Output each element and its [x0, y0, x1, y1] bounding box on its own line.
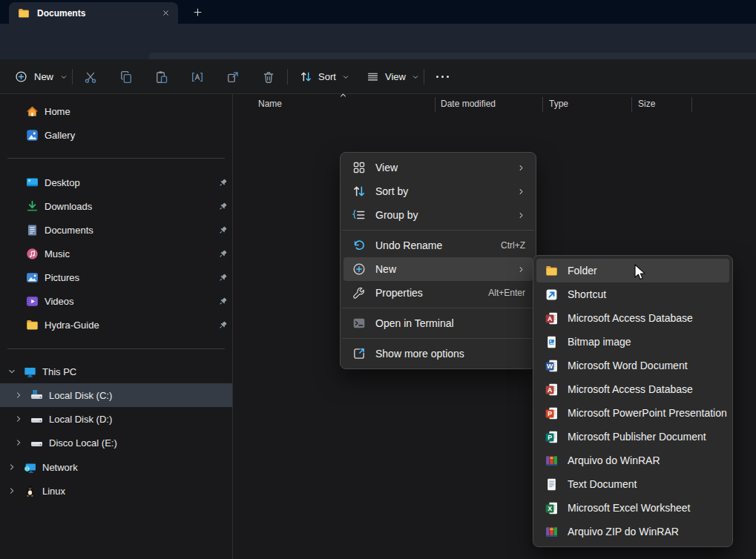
context-menu-item-undo-rename[interactable]: Undo Rename Ctrl+Z	[344, 234, 533, 257]
sidebar-divider	[7, 348, 225, 349]
pin-icon	[218, 202, 228, 211]
submenu-item-winrar-zip-archive[interactable]: Arquivo ZIP do WinRAR	[536, 520, 729, 543]
context-menu-item-new[interactable]: New	[344, 257, 533, 281]
music-icon	[26, 248, 39, 260]
submenu-item-access-database[interactable]: Microsoft Access Database	[536, 306, 729, 330]
cut-button[interactable]	[78, 64, 103, 89]
sidebar-item-local-disk-d[interactable]: Local Disk (D:)	[0, 407, 232, 431]
sort-arrows-icon	[352, 185, 366, 198]
column-header-size[interactable]: Size	[638, 99, 655, 109]
tab-documents[interactable]: Documents	[9, 2, 178, 24]
context-menu-item-open-in-terminal[interactable]: Open in Terminal	[344, 311, 533, 335]
sidebar-item-home[interactable]: Home	[0, 99, 232, 123]
view-button[interactable]: View	[361, 65, 425, 88]
submenu-item-publisher-document[interactable]: Microsoft Publisher Document	[536, 425, 729, 449]
delete-button[interactable]	[256, 64, 281, 89]
new-submenu: Folder Shortcut Microsoft Access Databas…	[533, 255, 733, 547]
submenu-item-bitmap-image[interactable]: Bitmap image	[536, 330, 729, 354]
menu-item-label: Undo Rename	[375, 239, 492, 251]
column-separator[interactable]	[631, 97, 632, 112]
menu-item-label: Group by	[375, 209, 508, 221]
submenu-item-winrar-archive[interactable]: Arquivo do WinRAR	[536, 449, 729, 472]
paste-button[interactable]	[149, 64, 174, 89]
sidebar-item-desktop[interactable]: Desktop	[0, 171, 232, 194]
menu-item-label: New	[375, 263, 508, 275]
context-menu-item-view[interactable]: View	[344, 156, 533, 179]
sidebar-item-downloads[interactable]: Downloads	[0, 194, 232, 218]
menu-item-label: Microsoft Access Database	[568, 383, 722, 395]
sidebar-item-hydra-guide[interactable]: Hydra-Guide	[0, 313, 232, 337]
chevron-down-icon[interactable]	[7, 367, 16, 376]
rename-icon	[191, 70, 204, 84]
submenu-item-access-database-2[interactable]: Microsoft Access Database	[536, 377, 729, 401]
column-header-date-modified[interactable]: Date modified	[441, 99, 496, 109]
plus-circle-icon	[15, 70, 27, 83]
trash-icon	[262, 70, 275, 84]
chevron-right-icon[interactable]	[7, 463, 16, 472]
network-icon	[24, 461, 36, 474]
sidebar-item-linux[interactable]: Linux	[0, 479, 232, 503]
column-separator[interactable]	[542, 97, 543, 112]
sort-button[interactable]: Sort	[294, 65, 355, 88]
submenu-item-folder[interactable]: Folder	[536, 259, 729, 282]
chevron-down-icon	[412, 73, 419, 81]
chevron-right-icon[interactable]	[14, 414, 23, 423]
context-menu-item-properties[interactable]: Properties Alt+Enter	[344, 281, 533, 305]
tab-close-icon[interactable]	[159, 7, 172, 20]
context-menu-item-sort-by[interactable]: Sort by	[344, 179, 533, 203]
sidebar-item-pictures[interactable]: Pictures	[0, 265, 232, 289]
menu-item-label: Microsoft Publisher Document	[568, 431, 722, 443]
submenu-item-excel-worksheet[interactable]: Microsoft Excel Worksheet	[536, 496, 729, 520]
new-tab-button[interactable]	[189, 5, 206, 19]
ellipsis-icon	[436, 76, 449, 78]
view-lines-icon	[367, 70, 379, 83]
sidebar-item-local-disk-c[interactable]: Local Disk (C:)	[0, 383, 232, 407]
navigation-pane: Home Gallery Desktop Downloads Documents…	[0, 94, 233, 559]
chevron-right-icon[interactable]	[14, 438, 23, 447]
address-row: This PC Local Disk (C:) Users Public Doc…	[0, 24, 756, 59]
share-button[interactable]	[220, 64, 246, 89]
chevron-right-icon	[517, 211, 525, 219]
sidebar-item-music[interactable]: Music	[0, 242, 232, 265]
column-separator[interactable]	[691, 97, 692, 112]
folder-icon	[18, 7, 30, 19]
view-grid-icon	[352, 161, 366, 174]
sidebar-item-label: Local Disk (D:)	[49, 414, 112, 425]
sidebar-item-label: Home	[45, 106, 70, 117]
submenu-item-shortcut[interactable]: Shortcut	[536, 282, 729, 306]
sidebar-item-disco-local-e[interactable]: Disco Local (E:)	[0, 431, 232, 454]
chevron-right-icon[interactable]	[7, 486, 16, 495]
context-menu: View Sort by Group by Undo Rename Ctrl+Z…	[340, 152, 536, 369]
copy-button[interactable]	[114, 64, 139, 89]
more-options-button[interactable]	[430, 65, 455, 88]
sidebar-item-gallery[interactable]: Gallery	[0, 123, 232, 147]
sidebar-item-videos[interactable]: Videos	[0, 289, 232, 313]
column-header-type[interactable]: Type	[549, 99, 568, 109]
mouse-cursor	[634, 264, 647, 282]
sidebar-item-label: Disco Local (E:)	[49, 437, 117, 449]
new-button[interactable]: New	[7, 65, 75, 88]
chevron-right-icon[interactable]	[14, 391, 23, 400]
submenu-item-word-document[interactable]: Microsoft Word Document	[536, 354, 729, 377]
menu-item-label: Properties	[375, 287, 479, 299]
submenu-item-powerpoint-presentation[interactable]: Microsoft PowerPoint Presentation	[536, 401, 729, 425]
menu-item-label: View	[375, 162, 508, 173]
os-drive-icon	[30, 389, 43, 402]
menu-item-label: Microsoft Excel Worksheet	[568, 502, 722, 514]
context-menu-item-group-by[interactable]: Group by	[344, 203, 533, 227]
column-separator[interactable]	[435, 97, 435, 112]
menu-item-label: Arquivo do WinRAR	[568, 454, 722, 466]
undo-icon	[352, 239, 366, 252]
toolbar-divider	[424, 69, 424, 85]
sidebar-item-this-pc[interactable]: This PC	[0, 360, 232, 383]
sidebar-item-network[interactable]: Network	[0, 455, 232, 479]
rename-button[interactable]	[185, 64, 210, 89]
submenu-item-text-document[interactable]: Text Document	[536, 472, 729, 496]
menu-item-shortcut: Ctrl+Z	[501, 240, 525, 251]
context-menu-item-show-more-options[interactable]: Show more options	[344, 342, 533, 366]
sidebar-item-documents[interactable]: Documents	[0, 218, 232, 242]
pin-icon	[218, 178, 228, 188]
column-header-name[interactable]: Name	[258, 99, 282, 109]
menu-divider	[342, 308, 534, 308]
chevron-right-icon	[517, 164, 525, 172]
